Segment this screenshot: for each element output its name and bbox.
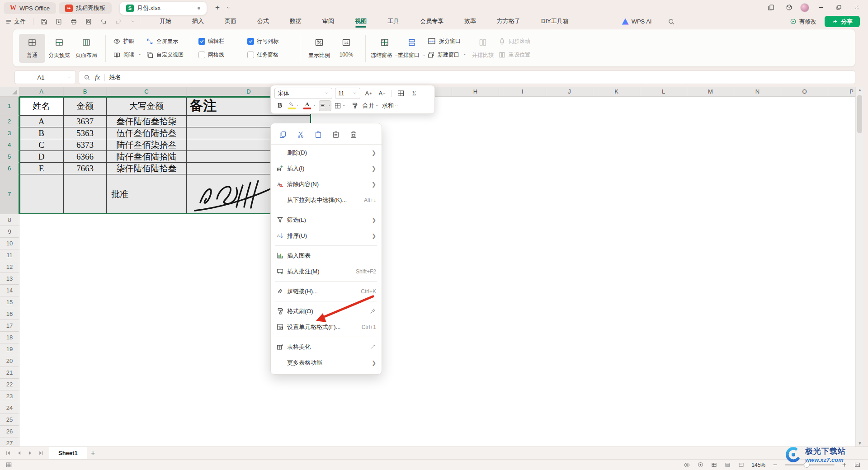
increase-font-button[interactable]: A+ (363, 88, 374, 99)
ribbon-tab-插入[interactable]: 插入 (182, 15, 214, 28)
menu-item-table-beautify[interactable]: 表格美化 (271, 339, 382, 355)
cell-B2[interactable]: 3637 (64, 116, 107, 127)
row-header-11[interactable]: 11 (0, 249, 19, 261)
cell-B6[interactable]: 7663 (64, 163, 107, 174)
tab-document[interactable]: S 月份.xlsx (120, 2, 207, 15)
column-header-J[interactable]: J (546, 87, 593, 97)
selection-target-icon[interactable] (697, 461, 704, 468)
formula-bar[interactable]: fx 姓名 (79, 70, 855, 84)
menu-item-pick-from-list[interactable]: 从下拉列表中选择(K)...Alt+↓ (271, 192, 382, 208)
print-button[interactable] (68, 16, 80, 27)
row-header-9[interactable]: 9 (0, 226, 19, 238)
freeze-panes-button[interactable]: 冻结窗格 (372, 34, 398, 63)
row-header-24[interactable]: 24 (0, 402, 19, 414)
wps-ai-button[interactable]: WPS AI (622, 18, 652, 25)
spreadsheet-grid[interactable]: ABCDEFGHIJKLMNOP123456789101112131415161… (0, 87, 855, 446)
autosum-icon[interactable]: Σ (409, 88, 420, 99)
row-header-1[interactable]: 1 (0, 97, 19, 116)
cell-A2[interactable]: A (19, 116, 64, 127)
align-center-button[interactable] (319, 100, 331, 111)
row-header-5[interactable]: 5 (0, 151, 19, 163)
cell-A7[interactable] (19, 174, 64, 214)
reading-mode-button[interactable]: 阅读 (113, 50, 142, 60)
page-break-mini-icon[interactable] (738, 461, 745, 468)
page-break-preview-button[interactable]: 分页预览 (46, 34, 72, 63)
arrange-windows-button[interactable]: 重排窗口 (399, 34, 425, 63)
full-screen-button[interactable]: 全屏显示 (146, 36, 184, 46)
font-size-select[interactable]: 11 (335, 88, 360, 99)
share-button[interactable]: 分享 (825, 16, 860, 27)
menu-item-more-table-features[interactable]: 更多表格功能❯ (271, 355, 382, 371)
vertical-scroll-thumb[interactable] (857, 95, 862, 133)
column-header-K[interactable]: K (593, 87, 640, 97)
row-header-22[interactable]: 22 (0, 379, 19, 390)
menu-item-clear-contents[interactable]: A清除内容(N)❯ (271, 176, 382, 192)
menu-item-insert-comment[interactable]: 插入批注(M)Shift+F2 (271, 263, 382, 279)
cell-B3[interactable]: 5363 (64, 127, 107, 139)
column-header-M[interactable]: M (687, 87, 734, 97)
column-header-C[interactable]: C (107, 87, 187, 97)
cell-B5[interactable]: 6366 (64, 151, 107, 163)
borders-button[interactable] (334, 100, 346, 111)
headings-toggle[interactable]: 行号列标 (247, 36, 292, 46)
column-header-L[interactable]: L (640, 87, 687, 97)
normal-view-button[interactable]: 普通 (19, 34, 45, 63)
row-header-23[interactable]: 23 (0, 390, 19, 402)
minimize-button[interactable] (814, 2, 827, 14)
pin-icon[interactable] (369, 308, 376, 315)
magic-wand-icon[interactable] (369, 343, 376, 350)
zoom-ratio-button[interactable]: 显示比例 (306, 34, 332, 63)
zoom-100-button[interactable]: 1:1 100% (333, 34, 359, 63)
column-header-H[interactable]: H (452, 87, 499, 97)
paste-button[interactable] (312, 129, 324, 141)
undo-button[interactable] (98, 16, 109, 27)
name-box-chevron-icon[interactable] (67, 75, 75, 80)
redo-button[interactable] (113, 16, 124, 27)
row-header-6[interactable]: 6 (0, 163, 19, 174)
row-header-14[interactable]: 14 (0, 285, 19, 296)
page-layout-mini-icon[interactable] (724, 461, 731, 468)
ribbon-tab-页面[interactable]: 页面 (214, 15, 247, 28)
new-window-button[interactable]: 新建窗口 (427, 50, 467, 60)
sum-button[interactable]: 求和 (382, 100, 399, 111)
cell-C7-approval[interactable]: 批准 (107, 174, 187, 214)
select-all-corner[interactable] (0, 87, 19, 97)
cell-C3[interactable]: 伍仟叁佰陆拾叁 (107, 127, 187, 139)
table-borders-icon[interactable] (395, 88, 406, 99)
column-header-A[interactable]: A (19, 87, 64, 97)
user-avatar[interactable] (800, 3, 809, 12)
font-color-button[interactable]: A (303, 100, 316, 111)
next-sheet-icon[interactable] (25, 449, 34, 458)
custom-view-button[interactable]: 自定义视图 (146, 50, 184, 60)
maximize-button[interactable] (832, 2, 845, 14)
menu-item-format-cells[interactable]: 设置单元格格式(F)...Ctrl+1 (271, 319, 382, 335)
cell-C1[interactable]: 大写金额 (107, 97, 187, 116)
row-header-21[interactable]: 21 (0, 367, 19, 379)
ribbon-tab-DIY工具箱[interactable]: DIY工具箱 (531, 15, 579, 28)
menu-item-delete[interactable]: 删除(D)❯ (271, 145, 382, 160)
cell-A5[interactable]: D (19, 151, 64, 163)
gridlines-toggle[interactable]: 网格线 (198, 50, 244, 60)
print-preview-button[interactable] (83, 16, 94, 27)
ribbon-tab-会员专享[interactable]: 会员专享 (410, 15, 454, 28)
first-sheet-icon[interactable] (4, 449, 13, 458)
column-header-B[interactable]: B (64, 87, 107, 97)
paste-keep-format-button[interactable] (348, 129, 359, 141)
cell-C2[interactable]: 叁仟陆佰叁拾柒 (107, 116, 187, 127)
quick-access-chevron-icon[interactable] (127, 16, 138, 27)
search-icon[interactable] (666, 16, 677, 27)
ribbon-tab-数据[interactable]: 数据 (279, 15, 312, 28)
close-button[interactable] (850, 2, 863, 14)
sync-scroll-button[interactable]: 同步滚动 (498, 36, 530, 46)
paste-special-button[interactable] (330, 129, 342, 141)
tab-list-chevron-icon[interactable] (223, 2, 234, 13)
format-painter-button[interactable] (349, 100, 360, 111)
row-header-3[interactable]: 3 (0, 127, 19, 139)
cell-A3[interactable]: B (19, 127, 64, 139)
prev-sheet-icon[interactable] (14, 449, 24, 458)
headings-toggle-checkbox[interactable] (247, 38, 254, 45)
row-header-25[interactable]: 25 (0, 414, 19, 426)
task-pane-toggle[interactable]: 任务窗格 (247, 50, 292, 60)
column-header-O[interactable]: O (781, 87, 828, 97)
formula-bar-toggle-checkbox[interactable] (198, 38, 205, 45)
